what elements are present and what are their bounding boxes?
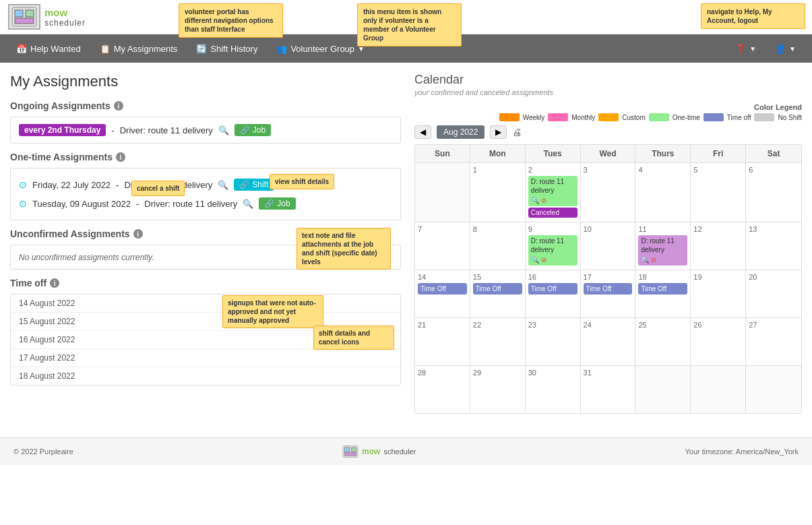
color-legend-container: Color Legend Weekly Monthly Custom One-t… [414, 103, 802, 121]
help-icon: ❓ [735, 44, 746, 54]
cancel-icon[interactable]: ⊘ [541, 196, 546, 205]
nav-account-btn[interactable]: 👤 ▼ [766, 34, 805, 63]
ongoing-info-icon[interactable]: i [114, 101, 123, 111]
cal-cell-26: 26 [691, 318, 746, 365]
cal-event-delivery: D: route 11 delivery 🔍 ⊘ [528, 176, 577, 206]
list-item: 14 August 2022 [11, 295, 400, 313]
cal-cell-1: 1 [470, 163, 526, 222]
left-panel: My Assignments cancel a shift view shift… [10, 73, 401, 414]
col-mon: Mon [470, 145, 526, 162]
ongoing-search-icon[interactable]: 🔍 [218, 125, 229, 135]
calendar-week-5: 28 29 30 31 [415, 366, 801, 413]
search-icon[interactable]: 🔍 [531, 196, 539, 205]
list-item: 17 August 2022 [11, 349, 400, 367]
calendar-week-1: 1 2 D: route 11 delivery 🔍 ⊘ Canceled 3 [415, 163, 801, 222]
cancel-icon-9[interactable]: ⊘ [541, 255, 546, 264]
cal-cell-30: 30 [526, 366, 581, 413]
calendar-week-3: 14 Time Off 15 Time Off 16 Time Off 17 T… [415, 270, 801, 318]
timeoff-info-icon[interactable]: i [50, 278, 59, 288]
cal-date: 13 [749, 225, 799, 233]
calendar-grid: Sun Mon Tues Wed Thurs Fri Sat 1 2 D: ro… [414, 144, 802, 414]
next-month-button[interactable]: ▶ [490, 125, 507, 139]
cal-event-timeoff-18: Time Off [638, 283, 687, 295]
cal-date: 7 [418, 225, 467, 233]
cal-cell-11: 11 D: route 11 delivery 🔍 ⊘ [635, 222, 691, 270]
logo: mow scheduler [8, 4, 86, 30]
ongoing-desc: Driver: route 11 delivery [120, 125, 213, 135]
nav-help-wanted[interactable]: 📅 Help Wanted [7, 34, 90, 63]
assignments-icon: 📋 [100, 44, 111, 54]
cal-date: 9 [528, 225, 577, 233]
onetime-search-1[interactable]: 🔍 [218, 180, 228, 190]
page-title: My Assignments [10, 73, 401, 90]
footer-copyright: © 2022 Purpleaire [13, 447, 73, 456]
onetime-search-2[interactable]: 🔍 [243, 199, 253, 209]
onetime-badge-2[interactable]: 🔗 Job [259, 197, 295, 210]
footer-timezone: Your timezone: America/New_York [685, 447, 799, 456]
cal-cell-24: 24 [581, 318, 636, 365]
calendar-nav: ◀ Aug 2022 ▶ 🖨 [414, 125, 802, 139]
cal-cell-18: 18 Time Off [635, 270, 691, 317]
cal-cell-8: 8 [470, 222, 526, 270]
cal-cell-empty-3 [691, 366, 746, 413]
dropdown-arrow-icon-3: ▼ [789, 45, 796, 53]
right-panel: shift details and cancel icons Calendar … [414, 73, 802, 414]
cal-cell-22: 22 [470, 318, 526, 365]
unconfirmed-info-icon[interactable]: i [133, 229, 143, 239]
legend-label-onetime: One-time [673, 114, 700, 121]
cal-cell-14: 14 Time Off [415, 270, 470, 317]
calendar-header: Sun Mon Tues Wed Thurs Fri Sat [415, 145, 801, 163]
cal-cell-empty-4 [746, 366, 801, 413]
user-icon: 👤 [775, 44, 786, 54]
cal-event-timeoff-15: Time Off [473, 283, 522, 295]
group-icon: 👥 [276, 44, 287, 54]
onetime-badge-label-1: Shift [252, 180, 268, 189]
callout-signups: signups that were not auto-approved and … [222, 295, 323, 328]
calendar-title: Calendar [414, 73, 802, 87]
onetime-assignment-box: ⊙ Friday, 22 July 2022 - Driver: route 4… [10, 168, 401, 220]
footer: © 2022 Purpleaire mow scheduler Your tim… [0, 437, 812, 465]
clock-icon-2: ⊙ [19, 198, 27, 209]
onetime-dash-1: - [116, 180, 119, 190]
cal-event-timeoff-17: Time Off [584, 283, 633, 295]
unconfirmed-label: Unconfirmed Assignments [10, 228, 130, 239]
cal-cell-10: 10 [581, 222, 636, 270]
cal-cell-31: 31 [581, 366, 636, 413]
nav-shift-history-label: Shift History [210, 44, 257, 54]
svg-rect-5 [345, 447, 350, 452]
nav-help-btn[interactable]: ❓ ▼ [726, 34, 766, 63]
cal-cell-6: 6 [746, 163, 801, 222]
cancel-icon-11[interactable]: ⊘ [651, 255, 656, 264]
col-wed: Wed [581, 145, 636, 162]
col-tues: Tues [526, 145, 581, 162]
cal-date: 27 [749, 321, 799, 329]
search-icon-9[interactable]: 🔍 [531, 255, 539, 264]
onetime-badge-1[interactable]: 🔗 Shift [234, 179, 274, 191]
legend-box-weekly [499, 113, 520, 121]
link-icon-shift: 🔗 [239, 180, 249, 189]
ongoing-job-label: Job [253, 125, 266, 135]
prev-month-button[interactable]: ◀ [414, 125, 431, 139]
ongoing-header: Ongoing Assignments i [10, 100, 401, 111]
color-legend: Color Legend Weekly Monthly Custom One-t… [499, 103, 802, 121]
onetime-info-icon[interactable]: i [116, 152, 125, 162]
onetime-badge-label-2: Job [277, 199, 290, 208]
cal-date: 29 [473, 369, 522, 377]
nav-help-wanted-label: Help Wanted [30, 44, 81, 54]
cal-cell-16: 16 Time Off [526, 270, 581, 317]
link-icon-job: 🔗 [264, 199, 274, 208]
clock-icon-1: ⊙ [19, 179, 27, 190]
cal-cell-27: 27 [746, 318, 801, 365]
print-icon[interactable]: 🖨 [512, 127, 522, 137]
logo-mow: mow [44, 7, 86, 18]
search-icon-11[interactable]: 🔍 [641, 255, 649, 264]
unconfirmed-text: No unconfirmed assigments currently. [19, 253, 154, 262]
timeoff-label: Time off [10, 278, 46, 288]
ongoing-job-badge[interactable]: 🔗 Job [235, 124, 271, 136]
cal-cell-12: 12 [691, 222, 746, 270]
callout-menu-item: this menu item is shown only if voluntee… [357, 3, 462, 47]
ongoing-assignment-box: every 2nd Thursday - Driver: route 11 de… [10, 117, 401, 144]
nav-shift-history[interactable]: 🔄 Shift History [187, 34, 267, 63]
calendar-icon: 📅 [16, 44, 27, 54]
nav-my-assignments[interactable]: 📋 My Assignments [90, 34, 187, 63]
